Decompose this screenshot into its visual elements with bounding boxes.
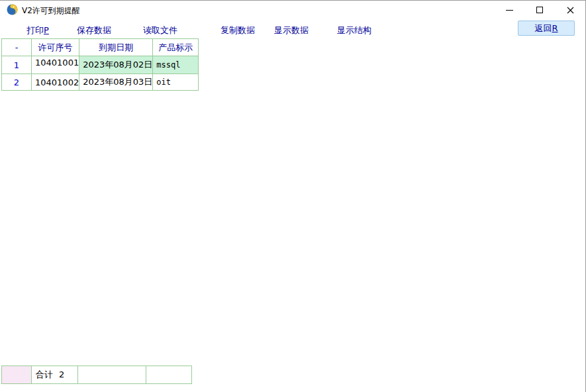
cell-product[interactable]: mssql bbox=[153, 56, 199, 74]
cell-row-number[interactable]: 2 bbox=[2, 74, 32, 91]
window-title: V2许可到期提醒 bbox=[22, 5, 80, 17]
menu-show-structure[interactable]: 显示结构 bbox=[337, 24, 371, 36]
cell-license-no[interactable]: 10401002 bbox=[32, 74, 79, 91]
summary-total-label: 合计 bbox=[36, 369, 53, 379]
app-icon bbox=[7, 4, 18, 15]
table-row: 2 10401002 2023年08月03日 oit bbox=[2, 74, 199, 91]
minimize-icon bbox=[506, 10, 513, 11]
cell-license-no[interactable]: 10401001 bbox=[32, 56, 79, 74]
menu-copy-data-label: 复制数据 bbox=[220, 25, 255, 35]
menu-print-accesskey: P bbox=[44, 25, 49, 35]
cell-expire-date[interactable]: 2023年08月02日 bbox=[79, 56, 153, 74]
summary-total-count: 2 bbox=[59, 369, 64, 379]
data-grid: - 许可序号 到期日期 产品标示 1 10401001 2023年08月02日 … bbox=[1, 38, 199, 91]
menu-save-data[interactable]: 保存数据 bbox=[77, 24, 111, 36]
cell-product[interactable]: oit bbox=[153, 74, 199, 91]
menu-read-file[interactable]: 读取文件 bbox=[143, 24, 177, 36]
return-button[interactable]: 返回R bbox=[518, 21, 575, 36]
menu-show-data[interactable]: 显示数据 bbox=[274, 24, 309, 36]
cell-expire-date[interactable]: 2023年08月03日 bbox=[79, 74, 153, 91]
toolbar: 打印P 保存数据 读取文件 复制数据 显示数据 显示结构 返回R bbox=[0, 19, 585, 38]
header-row: - 许可序号 到期日期 产品标示 bbox=[2, 39, 199, 56]
return-button-label: 返回 bbox=[534, 23, 552, 33]
return-button-accesskey: R bbox=[552, 23, 558, 33]
summary-selector-cell bbox=[2, 366, 32, 384]
menu-read-file-label: 读取文件 bbox=[143, 25, 177, 35]
menu-print[interactable]: 打印P bbox=[26, 24, 49, 36]
close-button[interactable] bbox=[555, 1, 585, 19]
menu-print-label: 打印 bbox=[26, 25, 44, 35]
cell-row-number[interactable]: 1 bbox=[2, 56, 32, 74]
menu-save-data-label: 保存数据 bbox=[77, 25, 111, 35]
menu-show-data-label: 显示数据 bbox=[274, 25, 309, 35]
header-row-selector[interactable]: - bbox=[2, 39, 32, 56]
app-window: V2许可到期提醒 打印P 保存数据 读取文件 复制数据 显示数据 显示结构 返回… bbox=[0, 0, 586, 392]
title-bar: V2许可到期提醒 bbox=[0, 1, 585, 19]
summary-total-cell: 合计2 bbox=[32, 366, 78, 384]
summary-empty-cell bbox=[78, 366, 146, 384]
summary-row: 合计2 bbox=[1, 366, 192, 384]
header-expire-date[interactable]: 到期日期 bbox=[79, 39, 153, 56]
window-controls bbox=[494, 1, 585, 19]
header-product[interactable]: 产品标示 bbox=[153, 39, 199, 56]
menu-copy-data[interactable]: 复制数据 bbox=[220, 24, 255, 36]
minimize-button[interactable] bbox=[494, 1, 524, 19]
maximize-icon bbox=[536, 7, 543, 13]
table-row: 1 10401001 2023年08月02日 mssql bbox=[2, 56, 199, 74]
header-license-no[interactable]: 许可序号 bbox=[32, 39, 79, 56]
summary-empty-cell bbox=[146, 366, 192, 384]
menu-show-structure-label: 显示结构 bbox=[337, 25, 371, 35]
close-icon bbox=[567, 7, 574, 14]
maximize-button[interactable] bbox=[524, 1, 555, 19]
